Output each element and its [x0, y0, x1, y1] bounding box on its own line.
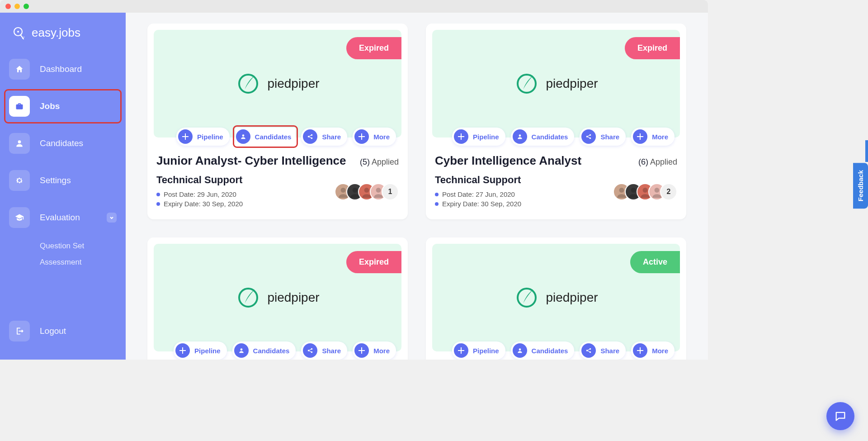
action-label: Candidates [532, 133, 568, 141]
action-label: Pipeline [194, 347, 221, 355]
plus-icon [175, 343, 190, 358]
sidebar-item-dashboard[interactable]: Dashboard [5, 52, 121, 86]
brand-icon [12, 25, 26, 40]
share-button[interactable]: Share [301, 128, 347, 146]
company-name: piedpiper [267, 76, 319, 91]
status-badge: Active [630, 251, 680, 273]
svg-point-13 [376, 188, 381, 193]
company-name: piedpiper [267, 290, 319, 305]
share-button[interactable]: Share [301, 341, 347, 360]
sidebar-item-evaluation[interactable]: Evaluation [5, 201, 121, 234]
pipeline-button[interactable]: Pipeline [452, 341, 505, 360]
gear-icon [9, 170, 30, 191]
sidebar-item-jobs[interactable]: Jobs [5, 90, 121, 123]
svg-point-15 [519, 134, 521, 137]
svg-point-12 [364, 188, 369, 193]
company-logo: piedpiper [236, 285, 319, 310]
briefcase-icon [9, 96, 30, 117]
job-card-hero: Expired piedpiper [154, 30, 401, 138]
sidebar-item-logout[interactable]: Logout [5, 314, 121, 348]
svg-point-22 [655, 188, 660, 193]
plus-icon [354, 129, 369, 144]
chevron-down-icon [107, 213, 117, 223]
more-button[interactable]: More [353, 128, 396, 146]
svg-point-4 [18, 140, 21, 143]
main-content: Expired piedpiper Pipeline Candidates Sh… [126, 13, 708, 360]
action-label: Share [322, 133, 341, 141]
svg-point-1 [17, 31, 19, 33]
action-label: Pipeline [473, 133, 499, 141]
graduation-cap-icon [9, 207, 30, 228]
job-post-date: Post Date: 29 Jun, 2020 [156, 190, 243, 198]
svg-point-11 [353, 188, 358, 193]
job-card: Expired piedpiper Pipeline Candidates Sh… [147, 237, 408, 360]
share-button[interactable]: Share [580, 341, 626, 360]
pipeline-button[interactable]: Pipeline [174, 341, 227, 360]
company-name: piedpiper [546, 290, 598, 305]
home-icon [9, 59, 30, 80]
user-icon [236, 129, 250, 144]
svg-point-6 [242, 134, 244, 137]
action-label: More [373, 133, 390, 141]
more-button[interactable]: More [353, 341, 396, 360]
plus-icon [454, 129, 468, 144]
job-expiry-date: Expiry Date: 30 Sep, 2020 [435, 200, 521, 208]
more-button[interactable]: More [631, 128, 675, 146]
svg-point-29 [519, 348, 521, 351]
action-label: More [373, 347, 390, 355]
job-card: Expired piedpiper Pipeline Candidates Sh… [426, 24, 686, 219]
pipeline-button[interactable]: Pipeline [176, 128, 230, 146]
share-button[interactable]: Share [580, 128, 626, 146]
plus-icon [178, 129, 193, 144]
svg-point-2 [22, 38, 23, 39]
svg-point-20 [631, 188, 636, 193]
candidates-button[interactable]: Candidates [511, 341, 575, 360]
job-department: Technical Support [435, 174, 521, 186]
avatar-overflow-count: 1 [382, 183, 399, 200]
sidebar-item-label: Evaluation [40, 213, 80, 223]
job-title: Cyber Intelligence Analyst [435, 154, 581, 168]
share-icon [303, 129, 317, 144]
sidebar-item-candidates[interactable]: Candidates [5, 127, 121, 160]
brand-name: easy.jobs [32, 26, 80, 40]
applied-count: (5) Applied [360, 157, 399, 167]
svg-point-21 [643, 188, 648, 193]
avatar-stack: 2 [613, 183, 677, 200]
plus-icon [633, 129, 647, 144]
status-badge: Expired [346, 37, 401, 59]
company-logo: piedpiper [236, 71, 319, 96]
job-expiry-date: Expiry Date: 30 Sep, 2020 [156, 200, 243, 208]
sidebar-item-label: Logout [40, 326, 66, 336]
action-label: More [652, 133, 668, 141]
action-label: Pipeline [197, 133, 223, 141]
svg-point-19 [619, 188, 624, 193]
sidebar-item-settings[interactable]: Settings [5, 164, 121, 197]
status-badge: Expired [625, 37, 680, 59]
svg-point-10 [341, 188, 346, 193]
plus-icon [454, 343, 468, 358]
window-close-button[interactable] [5, 4, 11, 9]
more-button[interactable]: More [631, 341, 675, 360]
job-card: Active piedpiper Pipeline Candidates Sha… [426, 237, 686, 360]
action-label: More [652, 347, 668, 355]
share-icon [581, 343, 596, 358]
pipeline-button[interactable]: Pipeline [452, 128, 505, 146]
job-card-hero: Expired piedpiper [154, 244, 401, 351]
plus-icon [354, 343, 369, 358]
svg-point-14 [518, 75, 536, 93]
action-label: Candidates [532, 347, 568, 355]
sidebar-subitem-question-set[interactable]: Question Set [40, 238, 121, 254]
company-logo: piedpiper [514, 285, 598, 310]
sidebar-subitem-assessment[interactable]: Assessment [40, 254, 121, 270]
candidates-button[interactable]: Candidates [232, 341, 296, 360]
svg-point-24 [240, 348, 242, 351]
window-minimize-button[interactable] [14, 4, 20, 9]
window-maximize-button[interactable] [24, 4, 29, 9]
job-title: Junior Analyst- Cyber Intelligence [156, 154, 346, 168]
candidates-button[interactable]: Candidates [235, 128, 296, 146]
avatar-stack: 1 [335, 183, 399, 200]
company-logo: piedpiper [514, 71, 598, 96]
sidebar-item-label: Settings [40, 175, 71, 185]
candidates-button[interactable]: Candidates [511, 128, 575, 146]
svg-point-23 [239, 289, 257, 307]
